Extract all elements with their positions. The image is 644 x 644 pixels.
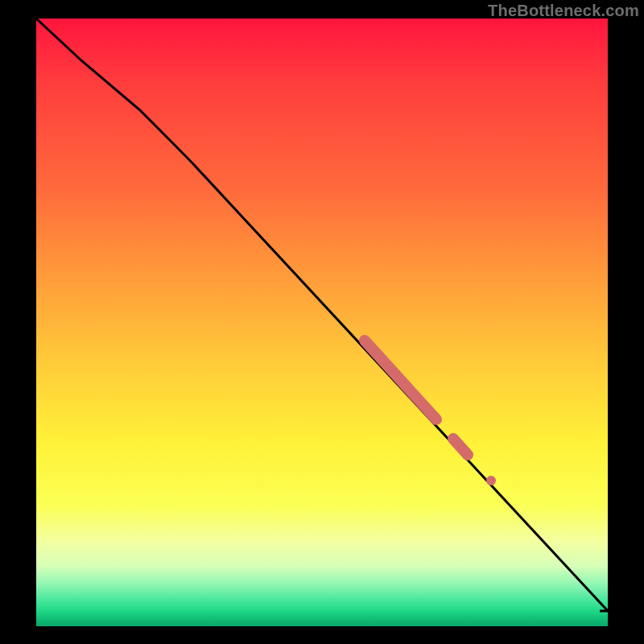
main-curve [36,19,608,611]
chart-stage: TheBottleneck.com [0,0,644,644]
highlight-seg-2 [453,439,468,455]
highlight-dot [486,476,496,485]
attribution-text: TheBottleneck.com [488,2,639,20]
highlight-seg-1 [365,341,436,419]
plot-area [36,19,608,626]
curve-layer [36,19,608,626]
